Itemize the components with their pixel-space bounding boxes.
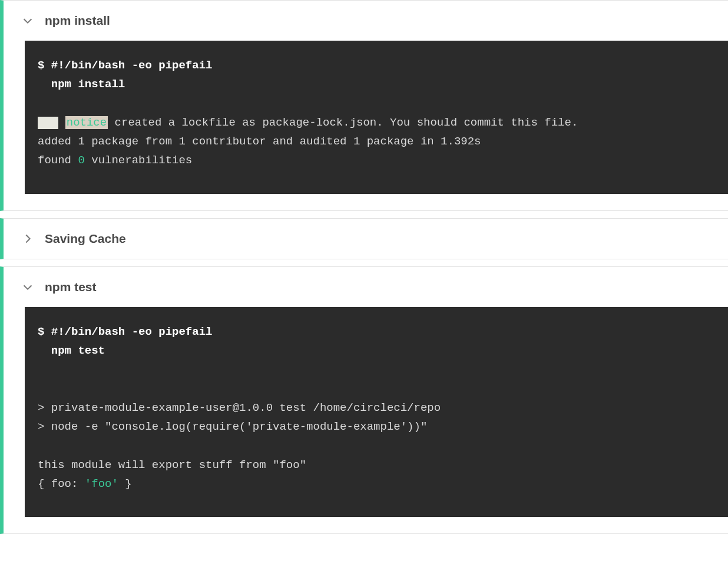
npm-blank-tag (38, 117, 58, 129)
chevron-right-icon (21, 232, 34, 245)
command-line: npm test (38, 344, 105, 357)
output-line: found 0 vulnerabilities (38, 154, 192, 167)
step-title: npm install (45, 14, 110, 28)
chevron-down-icon (21, 14, 34, 27)
prompt-symbol: $ (38, 59, 51, 72)
string-literal: 'foo' (85, 477, 118, 490)
output-line: > private-module-example-user@1.0.0 test… (38, 401, 441, 414)
chevron-down-icon (21, 281, 34, 294)
build-step-npm-test: npm test $ #!/bin/bash -eo pipefail npm … (0, 266, 728, 535)
prompt-symbol: $ (38, 325, 51, 338)
step-title: npm test (45, 280, 97, 294)
output-line: notice created a lockfile as package-loc… (38, 116, 578, 129)
step-title: Saving Cache (45, 232, 126, 246)
shebang-line: #!/bin/bash -eo pipefail (51, 59, 213, 72)
npm-notice-tag: notice (65, 116, 108, 129)
output-line: this module will export stuff from "foo" (38, 459, 306, 472)
terminal-output: $ #!/bin/bash -eo pipefail npm install n… (25, 41, 728, 194)
step-header[interactable]: npm install (4, 1, 728, 41)
build-step-saving-cache: Saving Cache (0, 218, 728, 259)
step-header[interactable]: npm test (4, 267, 728, 307)
build-step-npm-install: npm install $ #!/bin/bash -eo pipefail n… (0, 0, 728, 211)
shebang-line: #!/bin/bash -eo pipefail (51, 325, 213, 338)
command-line: npm install (38, 78, 125, 91)
output-line: added 1 package from 1 contributor and a… (38, 135, 481, 148)
vuln-count: 0 (78, 154, 84, 167)
step-header[interactable]: Saving Cache (4, 219, 728, 259)
output-line: { foo: 'foo' } (38, 477, 132, 490)
terminal-output: $ #!/bin/bash -eo pipefail npm test > pr… (25, 307, 728, 518)
output-line: > node -e "console.log(require('private-… (38, 420, 427, 433)
